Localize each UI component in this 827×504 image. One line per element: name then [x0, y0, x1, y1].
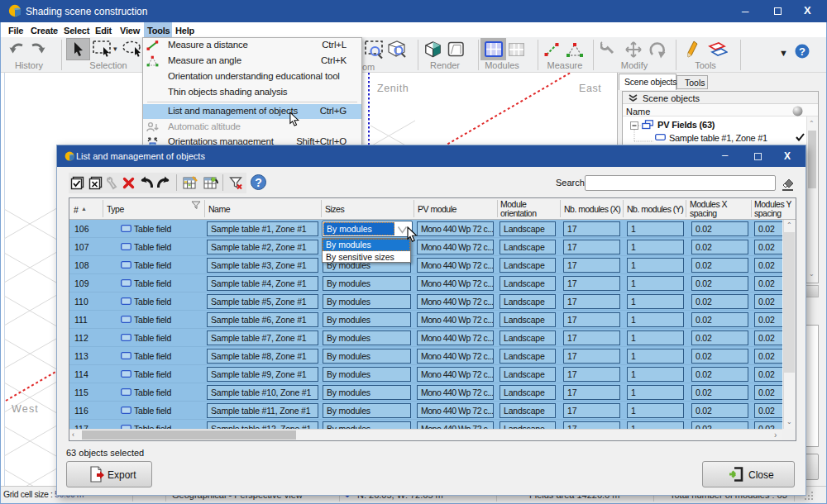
svg-text:?: ?: [255, 176, 262, 189]
svg-text:?: ?: [799, 45, 805, 58]
